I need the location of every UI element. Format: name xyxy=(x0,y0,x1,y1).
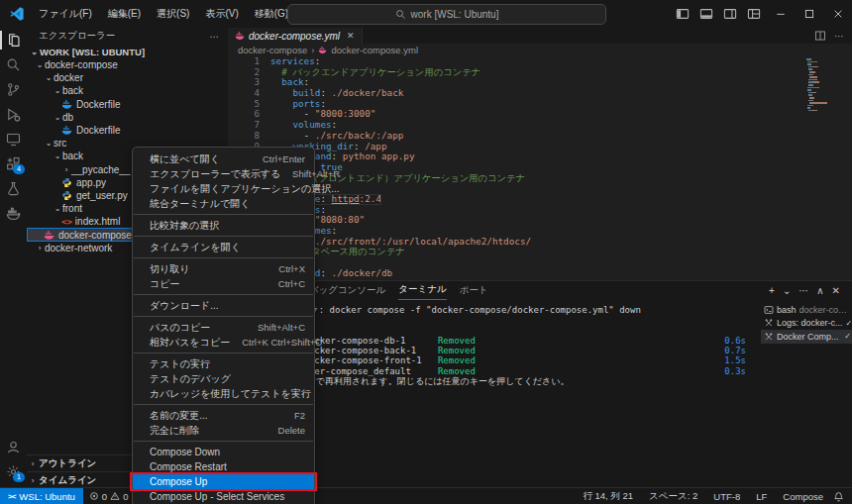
chevron-down-icon: ⌄ xyxy=(53,204,62,213)
terminal-profile-dropdown-icon[interactable]: ⌄ xyxy=(783,285,791,296)
terminal-instance-docker-comp[interactable]: Docker Comp...✓ xyxy=(761,330,852,344)
context-menu-item-label: カバレッジを使用してテストを実行 xyxy=(150,387,311,401)
tree-item-db[interactable]: ⌄db xyxy=(27,111,228,124)
tree-item-back[interactable]: ⌄back xyxy=(27,84,228,97)
context-menu-item-compose-down[interactable]: Compose Down xyxy=(133,445,314,459)
activity-source-control-button[interactable] xyxy=(0,77,27,102)
minimap-line xyxy=(806,84,836,86)
close-icon xyxy=(832,8,844,20)
run-debug-icon xyxy=(6,107,21,122)
activity-testing-button[interactable] xyxy=(0,176,27,201)
vscode-window: ファイル(F)編集(E)選択(S)表示(V)移動(G) ⋯ ← → work [… xyxy=(0,0,852,504)
layout-panel-button[interactable] xyxy=(694,0,718,28)
indentation-status[interactable]: スペース: 2 xyxy=(641,490,705,503)
maximize-panel-icon[interactable]: ∧ xyxy=(816,285,823,296)
cursor-position-status[interactable]: 行 14, 列 21 xyxy=(575,490,641,503)
menubar-item-編集-e[interactable]: 編集(E) xyxy=(100,8,149,19)
layout-customize-button[interactable] xyxy=(742,0,766,28)
context-menu-item-テストのデバッグ[interactable]: テストのデバッグ xyxy=(133,371,314,386)
breadcrumb-item-docker-compose[interactable]: docker-compose xyxy=(238,45,307,55)
workspace-section-header[interactable]: ⌄ WORK [WSL: UBUNTU] xyxy=(27,45,228,58)
context-menu: 横に並べて開くCtrl+Enterエクスプローラーで表示するShift+Alt+… xyxy=(132,147,315,504)
activity-explorer-button[interactable] xyxy=(0,28,27,52)
context-menu-item-名前の変更[interactable]: 名前の変更...F2 xyxy=(133,408,314,423)
close-panel-icon[interactable]: ✕ xyxy=(832,285,840,296)
context-menu-item-コピー[interactable]: コピーCtrl+C xyxy=(133,276,314,291)
terminal-instance-bash[interactable]: bashdocker-comp... xyxy=(761,303,852,317)
terminal-instance-logs-docker-c[interactable]: Logs: docker-c...✓ xyxy=(761,317,852,331)
context-menu-item-相対パスをコピー[interactable]: 相対パスをコピーCtrl+K Ctrl+Shift+C xyxy=(133,335,314,350)
context-menu-separator xyxy=(134,316,313,317)
menubar-item-選択-s[interactable]: 選択(S) xyxy=(149,8,197,19)
activity-remote-explorer-button[interactable] xyxy=(0,127,27,151)
context-menu-item-比較対象の選択[interactable]: 比較対象の選択 xyxy=(133,218,314,233)
context-menu-item-compose-up-select-services[interactable]: Compose Up - Select Services xyxy=(133,489,314,504)
minimap-line xyxy=(806,105,836,107)
editor-more-actions-button[interactable]: ⋯ xyxy=(834,31,844,42)
context-menu-item-ダウンロード[interactable]: ダウンロード... xyxy=(133,298,314,313)
split-editor-icon[interactable] xyxy=(814,30,826,42)
context-menu-keybinding: Shift+Alt+R xyxy=(280,168,340,179)
context-menu-keybinding: Shift+Alt+C xyxy=(246,322,305,333)
panel-more-actions-button[interactable]: ⋯ xyxy=(799,285,808,296)
activity-run-debug-button[interactable] xyxy=(0,102,27,127)
bell-icon[interactable] xyxy=(833,491,844,502)
context-menu-item-ファイルを開くアプリケーションの選択[interactable]: ファイルを開くアプリケーションの選択... xyxy=(133,181,314,196)
panel-tab-ポート[interactable]: ポート xyxy=(460,281,488,299)
line-number: 5 xyxy=(228,99,270,110)
context-menu-separator xyxy=(134,404,313,405)
activity-account-button[interactable] xyxy=(0,435,27,459)
tree-item-label: get_user.py xyxy=(76,190,128,201)
menubar-item-表示-v[interactable]: 表示(V) xyxy=(197,8,246,19)
context-menu-item-compose-restart[interactable]: Compose Restart xyxy=(133,459,314,474)
tree-item-dockerfile[interactable]: Dockerfile xyxy=(27,124,228,137)
line-number: 7 xyxy=(228,120,270,131)
activity-search-button[interactable] xyxy=(0,52,27,77)
activity-docker-button[interactable] xyxy=(0,201,27,226)
context-menu-separator xyxy=(134,294,313,295)
context-menu-item-label: パスのコピー xyxy=(150,321,210,335)
docker-compose-file-icon xyxy=(235,31,245,41)
minimap-line xyxy=(806,102,836,104)
context-menu-item-エクスプローラーで表示する[interactable]: エクスプローラーで表示するShift+Alt+R xyxy=(133,166,314,181)
breadcrumb-item-docker-compose-yml[interactable]: docker-compose.yml xyxy=(331,45,418,55)
context-menu-item-カバレッジを使用してテストを実行[interactable]: カバレッジを使用してテストを実行 xyxy=(133,386,314,401)
problems-status[interactable]: 0 0 xyxy=(83,488,135,504)
context-menu-item-compose-up[interactable]: Compose Up xyxy=(133,474,314,489)
check-icon: ✓ xyxy=(844,332,851,341)
context-menu-item-テストの実行[interactable]: テストの実行 xyxy=(133,356,314,371)
eol-status[interactable]: LF xyxy=(748,491,775,502)
remote-indicator[interactable]: >< WSL: Ubuntu xyxy=(0,488,83,504)
tab-close-icon[interactable]: ✕ xyxy=(347,31,355,41)
context-menu-item-パスのコピー[interactable]: パスのコピーShift+Alt+C xyxy=(133,320,314,335)
context-menu-item-横に並べて開く[interactable]: 横に並べて開くCtrl+Enter xyxy=(133,151,314,166)
minimize-button[interactable] xyxy=(766,0,795,28)
editor-group: docker-compose.yml ✕ ⋯ docker-compose›do… xyxy=(228,28,852,488)
tree-item-docker[interactable]: ⌄docker xyxy=(27,71,228,84)
context-menu-item-切り取り[interactable]: 切り取りCtrl+X xyxy=(133,261,314,276)
context-menu-item-統合ターミナルで開く[interactable]: 統合ターミナルで開く xyxy=(133,196,314,211)
context-menu-item-タイムラインを開く[interactable]: タイムラインを開く xyxy=(133,240,314,254)
tree-item-dockerfile[interactable]: Dockerfile xyxy=(27,98,228,111)
explorer-more-actions-button[interactable]: ⋯ xyxy=(210,31,221,42)
encoding-status[interactable]: UTF-8 xyxy=(705,491,748,502)
code-line-2: 2 # バックエンドアプリケーション用のコンテナ xyxy=(228,67,852,78)
minimap[interactable] xyxy=(806,58,836,112)
new-terminal-button[interactable]: + xyxy=(769,285,775,296)
layout-sidebar-right-button[interactable] xyxy=(718,0,742,28)
context-menu-item-完全に削除[interactable]: 完全に削除Delete xyxy=(133,423,314,438)
close-button[interactable] xyxy=(823,0,852,28)
layout-sidebar-left-button[interactable] xyxy=(671,0,694,28)
panel-tab-ターミナル[interactable]: ターミナル xyxy=(398,281,446,300)
command-center-search[interactable]: work [WSL: Ubuntu] xyxy=(287,4,606,25)
language-mode-status[interactable]: Compose xyxy=(775,491,831,502)
minimap-line xyxy=(806,92,836,94)
tree-item-docker-compose[interactable]: ⌄docker-compose xyxy=(27,58,228,71)
tab-docker-compose-yml[interactable]: docker-compose.yml ✕ xyxy=(228,28,363,44)
activity-settings-gear-button[interactable]: 1 xyxy=(0,459,27,484)
menubar-item-ファイル-f[interactable]: ファイル(F) xyxy=(31,8,100,19)
maximize-button[interactable] xyxy=(795,0,823,28)
activity-extensions-button[interactable]: 4 xyxy=(0,151,27,176)
minimap-line xyxy=(806,110,836,112)
explorer-header: エクスプローラー ⋯ xyxy=(27,28,228,45)
